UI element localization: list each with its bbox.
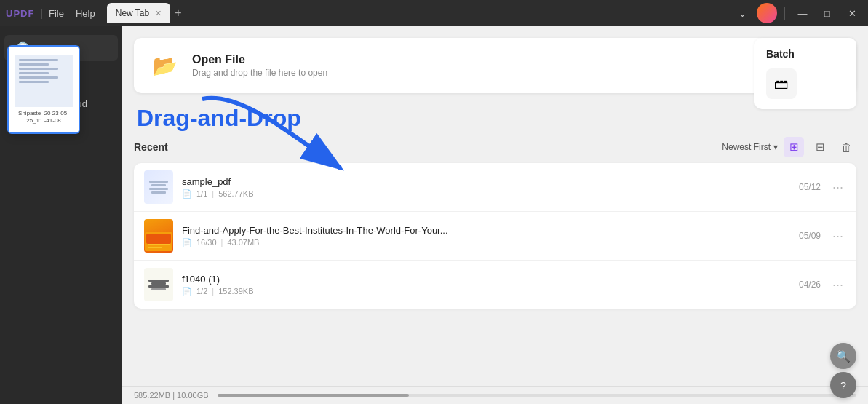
preview-line — [19, 63, 49, 66]
tab-area: New Tab ✕ + — [107, 3, 726, 23]
menu-file[interactable]: File — [49, 8, 64, 19]
recent-controls: Newest First ▾ ⊞ ⊟ 🗑 — [722, 137, 856, 157]
page-icon: 📄 — [182, 238, 192, 247]
svg-rect-3 — [148, 244, 170, 245]
content-area: 📂 Open File Drag and drop the file here … — [122, 26, 868, 404]
table-row[interactable]: sample_pdf 📄 1/1 | 562.77KB 05/12 ··· — [134, 163, 856, 212]
separator — [784, 7, 785, 20]
preview-line — [19, 72, 49, 74]
preview-line — [19, 59, 58, 61]
thumb-line — [148, 280, 168, 282]
table-row[interactable]: f1040 (1) 📄 1/2 | 152.39KB 04/26 ··· — [134, 261, 856, 309]
tab-new[interactable]: New Tab ✕ — [107, 3, 170, 23]
info-separator: | — [212, 189, 214, 198]
file-meta: f1040 (1) 📄 1/2 | 152.39KB — [182, 274, 783, 296]
batch-title: Batch — [766, 48, 845, 60]
thumb-line — [148, 285, 168, 288]
storage-progress-bar — [218, 394, 856, 397]
preview-line — [19, 68, 58, 70]
sort-label: Newest First — [722, 142, 771, 152]
maximize-button[interactable]: □ — [817, 3, 837, 23]
main-layout: 🕐 Recent ☆ Starred ☁ UPDF Cloud 📂 Open F… — [0, 26, 868, 404]
folder-icon: 📂 — [148, 49, 180, 82]
menu-bar: File Help — [49, 8, 95, 19]
preview-line — [19, 76, 58, 79]
thumb-line — [149, 181, 168, 183]
delete-button[interactable]: 🗑 — [836, 137, 856, 157]
file-pages: 1/1 — [196, 189, 207, 198]
sort-chevron-icon: ▾ — [773, 142, 778, 152]
search-button[interactable]: 🔍 — [830, 343, 856, 369]
title-bar: UPDF | File Help New Tab ✕ + ⌄ — □ ✕ — [0, 0, 868, 26]
file-name: sample_pdf — [182, 176, 783, 187]
tab-close-icon[interactable]: ✕ — [155, 9, 162, 18]
dragged-file-thumbnail: Snipaste_20 23-05-25_11 -41-08 — [7, 45, 80, 134]
file-pages: 1/2 — [196, 287, 207, 296]
title-divider: | — [40, 7, 43, 19]
folder-emoji: 📂 — [152, 54, 178, 78]
open-file-text: Open File Drag and drop the file here to… — [192, 53, 805, 78]
drag-and-drop-label: Drag-and-Drop — [137, 105, 301, 132]
more-options-button[interactable]: ··· — [829, 229, 846, 244]
dragged-file-name: Snipaste_20 23-05-25_11 -41-08 — [9, 110, 79, 125]
file-name: f1040 (1) — [182, 274, 783, 285]
file-date: 04/26 — [792, 280, 821, 290]
file-list: sample_pdf 📄 1/1 | 562.77KB 05/12 ··· — [134, 163, 856, 309]
table-row[interactable]: Find-and-Apply-For-the-Best-Institutes-I… — [134, 212, 856, 261]
thumb-image — [144, 219, 173, 253]
sort-button[interactable]: Newest First ▾ — [722, 142, 778, 152]
chevron-down-icon[interactable]: ⌄ — [732, 3, 752, 23]
thumb-line — [151, 288, 166, 290]
recent-title: Recent — [134, 141, 168, 153]
more-options-button[interactable]: ··· — [829, 277, 846, 293]
tab-add-icon[interactable]: + — [175, 7, 181, 20]
app-logo: UPDF — [6, 8, 34, 19]
grid-view-button[interactable]: ⊞ — [784, 137, 804, 157]
more-options-button[interactable]: ··· — [829, 180, 846, 195]
minimize-button[interactable]: — — [792, 3, 813, 23]
help-icon: ? — [840, 379, 846, 392]
page-icon: 📄 — [182, 287, 192, 296]
list-view-button[interactable]: ⊟ — [810, 137, 830, 157]
file-thumbnail — [144, 170, 173, 204]
file-name: Find-and-Apply-For-the-Best-Institutes-I… — [182, 225, 783, 236]
info-separator: | — [221, 238, 223, 247]
file-info: 📄 1/2 | 152.39KB — [182, 287, 783, 296]
svg-rect-4 — [148, 247, 162, 248]
page-icon: 📄 — [182, 189, 192, 199]
recent-section: Recent Newest First ▾ ⊞ ⊟ 🗑 — [134, 137, 856, 386]
file-size: 152.39KB — [218, 287, 253, 296]
file-preview — [15, 55, 73, 107]
file-date: 05/12 — [792, 182, 821, 192]
file-size: 562.77KB — [218, 189, 253, 198]
search-icon: 🔍 — [836, 349, 851, 363]
file-pages: 16/30 — [196, 238, 217, 247]
close-button[interactable]: ✕ — [842, 3, 862, 23]
open-file-title: Open File — [192, 53, 805, 66]
thumb-line — [151, 184, 165, 186]
file-thumbnail — [144, 219, 173, 253]
recent-header: Recent Newest First ▾ ⊞ ⊟ 🗑 — [134, 137, 856, 157]
file-meta: sample_pdf 📄 1/1 | 562.77KB — [182, 176, 783, 199]
open-file-subtitle: Drag and drop the file here to open — [192, 68, 805, 78]
file-info: 📄 1/1 | 562.77KB — [182, 189, 783, 199]
menu-help[interactable]: Help — [76, 8, 95, 19]
file-info: 📄 16/30 | 43.07MB — [182, 238, 783, 247]
svg-rect-2 — [146, 234, 171, 244]
info-separator: | — [212, 287, 214, 296]
help-button[interactable]: ? — [830, 372, 856, 398]
batch-panel: Batch 🗃 — [754, 38, 856, 109]
file-size: 43.07MB — [227, 238, 259, 247]
preview-line — [19, 81, 49, 83]
storage-progress-fill — [218, 394, 410, 397]
batch-icon[interactable]: 🗃 — [766, 68, 797, 99]
storage-info: 585.22MB | 10.00GB — [134, 391, 209, 400]
thumb-line — [151, 282, 166, 285]
app-name: UPDF — [6, 8, 34, 19]
thumb-line — [149, 188, 168, 190]
avatar[interactable] — [757, 3, 777, 23]
window-controls: ⌄ — □ ✕ — [732, 3, 862, 23]
thumb-line — [151, 191, 165, 194]
batch-emoji: 🗃 — [774, 76, 789, 92]
tab-label: New Tab — [116, 8, 149, 18]
